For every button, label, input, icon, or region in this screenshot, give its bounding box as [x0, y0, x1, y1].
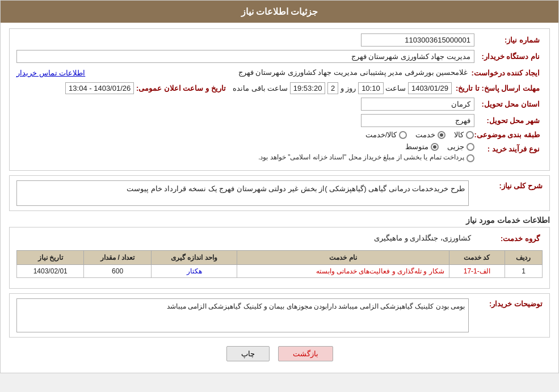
tabaqe-kala-khedmat[interactable]: کالا/خدمت — [365, 130, 407, 139]
khadamat-section: گروه خدمت: کشاورزی، جنگلداری و ماهیگیری … — [9, 227, 550, 289]
sharh-row: شرح کلی نیاز: طرح خریدخدمات درمانی گیاهی… — [16, 180, 543, 206]
mohlat-baqi: 19:53:20 — [290, 82, 326, 94]
back-button[interactable]: بازگشت — [278, 346, 333, 361]
col-tedad: تعداد / مقدار — [84, 251, 151, 265]
page-title: جزئیات اطلاعات نیاز — [241, 7, 318, 16]
ostan-value: کرمان — [361, 98, 474, 111]
tawzih-section: توضیحات خریدار: بومی بودن کلینیک گیاهپزش… — [9, 293, 550, 338]
ijad-konande-row: ایجاد کننده درخواست: غلامحسین بورشرفی مد… — [16, 66, 543, 79]
tawzih-label: توضیحات خریدار: — [469, 298, 543, 308]
farayand-label: نوع فرآیند خرید : — [474, 142, 543, 153]
farayand-asnad[interactable]: پرداخت تمام یا بخشی از مبلغ خریداز محل "… — [258, 153, 474, 162]
mohlat-roz: 2 — [327, 82, 338, 94]
farayand-top-row: جزیی متوسط — [258, 142, 474, 151]
farayand-options: جزیی متوسط پرداخت تمام یا بخشی از مبلغ خ… — [258, 142, 474, 162]
cell-vahed: هکتار — [151, 265, 237, 278]
cell-radif: 1 — [505, 265, 542, 278]
etelaat-tamas-link[interactable]: اطلاعات تماس خریدار — [16, 69, 85, 77]
khadamat-title: اطلاعات خدمات مورد نیاز — [9, 216, 550, 225]
main-info-section: شماره نیاز: 1103003615000001 نام دستگاه … — [9, 28, 550, 171]
gorooh-row: گروه خدمت: کشاورزی، جنگلداری و ماهیگیری — [16, 232, 543, 245]
ijad-konande-label: ایجاد کننده درخواست: — [471, 69, 543, 77]
mohlat-label: مهلت ارسال پاسخ: تا تاریخ: — [452, 84, 543, 92]
cell-tarikh: 1403/02/01 — [17, 265, 84, 278]
tabaqe-options: کالا خدمت کالا/خدمت — [365, 130, 474, 139]
sharh-label: شرح کلی نیاز: — [469, 180, 543, 190]
table-row: 1 الف-1-17 شکار و تله‌گذاری و فعالیت‌های… — [17, 265, 543, 278]
mohlat-saat: 10:10 — [358, 82, 384, 94]
shahr-value: فهرج — [361, 114, 474, 127]
tarikh-label: تاریخ و ساعت اعلان عمومی: — [136, 84, 229, 92]
tabaqe-khedmat-label: خدمت — [415, 130, 435, 139]
tabaqe-kala-label: کالا — [454, 130, 464, 139]
mohlat-date: 1403/01/29 — [408, 82, 452, 94]
tabaqe-row: طبقه بندی موضوعی: کالا خدمت کالا/خدمت — [16, 130, 543, 139]
farayand-jozi-radio[interactable] — [466, 143, 474, 151]
farayand-jozi[interactable]: جزیی — [447, 142, 474, 151]
tabaqe-kala[interactable]: کالا — [454, 130, 474, 139]
sharh-content: طرح خریدخدمات درمانی گیاهی (گیاهپزشکی )ا… — [16, 180, 469, 206]
shomara-row: شماره نیاز: 1103003615000001 — [16, 33, 543, 47]
table-header-row: ردیف کد خدمت نام خدمت واحد اندازه گیری ت… — [17, 251, 543, 265]
farayand-jozi-label: جزیی — [447, 142, 464, 151]
shahr-row: شهر محل تحویل: فهرج — [16, 114, 543, 127]
cell-naam: شکار و تله‌گذاری و فعالیت‌های خدماتی واب… — [237, 265, 449, 278]
gorooh-value: کشاورزی، جنگلداری و ماهیگیری — [371, 232, 474, 245]
cell-tedad: 600 — [84, 265, 151, 278]
gorooh-label: گروه خدمت: — [474, 234, 543, 243]
naam-dastgah-row: نام دستگاه خریدار: مدیریت جهاد کشاورزی ش… — [16, 50, 543, 63]
mohlat-saat-label: ساعت — [385, 84, 406, 92]
ijad-konande-value: غلامحسین بورشرفی مدیر پشتیبانی مدیریت جه… — [91, 66, 471, 79]
sharh-section: شرح کلی نیاز: طرح خریدخدمات درمانی گیاهی… — [9, 175, 550, 211]
button-row: بازگشت چاپ — [9, 346, 550, 361]
col-radif: ردیف — [505, 251, 542, 265]
ostan-row: استان محل تحویل: کرمان — [16, 98, 543, 111]
col-naam: نام خدمت — [237, 251, 449, 265]
sharh-box-content: طرح خریدخدمات درمانی گیاهی (گیاهپزشکی )ا… — [16, 180, 469, 206]
page-header: جزئیات اطلاعات نیاز — [1, 1, 558, 23]
khadamat-table: ردیف کد خدمت نام خدمت واحد اندازه گیری ت… — [16, 250, 543, 278]
khadamat-table-section: ردیف کد خدمت نام خدمت واحد اندازه گیری ت… — [16, 250, 543, 278]
tabaqe-khedmat-radio[interactable] — [438, 131, 445, 139]
mohlat-roz-label: روز و — [341, 84, 356, 92]
naam-dastgah-label: نام دستگاه خریدار: — [474, 52, 543, 61]
mohlat-row: مهلت ارسال پاسخ: تا تاریخ: 1403/01/29 سا… — [16, 82, 543, 94]
ostan-label: استان محل تحویل: — [474, 100, 543, 108]
tabaqe-khedmat[interactable]: خدمت — [415, 130, 445, 139]
farayand-row: نوع فرآیند خرید : جزیی متوسط — [16, 142, 543, 162]
shomara-label: شماره نیاز: — [474, 36, 543, 44]
farayand-motevaset-label: متوسط — [405, 142, 428, 151]
col-vahed: واحد اندازه گیری — [151, 251, 237, 265]
shahr-label: شهر محل تحویل: — [474, 116, 543, 125]
col-tarikh: تاریخ نیاز — [17, 251, 84, 265]
tabaqe-label: طبقه بندی موضوعی: — [474, 130, 543, 139]
tawzih-row: توضیحات خریدار: بومی بودن کلینیک گیاهپزش… — [16, 298, 543, 332]
naam-dastgah-value: مدیریت جهاد کشاورزی شهرستان فهرج — [16, 50, 474, 63]
tarikh-value: 1403/01/26 - 13:04 — [65, 82, 134, 94]
tawzih-box-content: بومی بودن کلینیک گیاهپزشکی الزامی میباشد… — [16, 298, 469, 332]
shomara-value: 1103003615000001 — [361, 33, 474, 47]
farayand-motevaset-radio[interactable] — [431, 143, 439, 151]
print-button[interactable]: چاپ — [226, 346, 270, 361]
farayand-asnad-label: پرداخت تمام یا بخشی از مبلغ خریداز محل "… — [258, 153, 464, 161]
farayand-asnad-radio[interactable] — [466, 154, 474, 162]
col-kod: کد خدمت — [449, 251, 505, 265]
tawzih-content: بومی بودن کلینیک گیاهپزشکی الزامی میباشد… — [16, 298, 469, 332]
tabaqe-kala-khedmat-radio[interactable] — [399, 131, 407, 139]
tabaqe-kala-radio[interactable] — [466, 131, 474, 139]
cell-kod: الف-1-17 — [449, 265, 505, 278]
mohlat-baqi-label: ساعت باقی مانده — [233, 84, 288, 92]
farayand-motevaset[interactable]: متوسط — [405, 142, 439, 151]
tabaqe-kala-khedmat-label: کالا/خدمت — [365, 130, 397, 139]
